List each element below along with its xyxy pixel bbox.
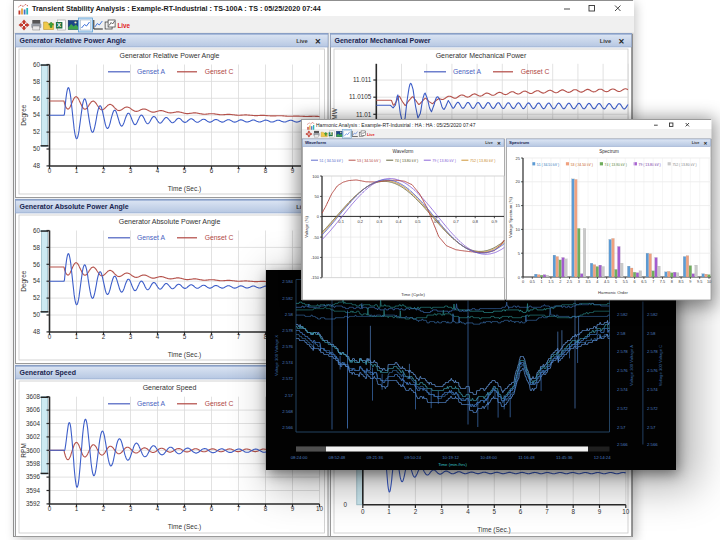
- svg-text:2.58: 2.58: [647, 330, 656, 335]
- svg-text:10:19:12: 10:19:12: [442, 455, 459, 460]
- svg-text:6: 6: [634, 280, 636, 284]
- svg-text:9.5: 9.5: [697, 280, 702, 284]
- svg-text:Generator Mechanical Power: Generator Mechanical Power: [335, 37, 431, 44]
- svg-text:Live: Live: [692, 141, 700, 145]
- svg-text:Live: Live: [367, 132, 376, 137]
- svg-text:48: 48: [33, 328, 41, 335]
- svg-text:2: 2: [102, 167, 106, 174]
- svg-text:2.572: 2.572: [617, 406, 628, 411]
- svg-text:3596: 3596: [26, 473, 41, 480]
- svg-text:7: 7: [237, 333, 241, 340]
- svg-text:Time (Sec.): Time (Sec.): [168, 351, 201, 359]
- svg-text:0: 0: [343, 501, 347, 508]
- svg-text:5: 5: [493, 508, 497, 515]
- svg-text:Time (Sec.): Time (Sec.): [477, 526, 510, 534]
- svg-text:11:16:48: 11:16:48: [518, 455, 535, 460]
- svg-text:2.572: 2.572: [282, 376, 293, 381]
- svg-text:50: 50: [33, 311, 41, 318]
- svg-text:60: 60: [33, 61, 41, 68]
- svg-text:3592: 3592: [26, 500, 41, 507]
- svg-text:3598: 3598: [26, 460, 41, 467]
- svg-text:11.0105: 11.0105: [349, 93, 372, 100]
- svg-text:Spectrum: Spectrum: [599, 149, 619, 154]
- svg-text:3: 3: [440, 508, 444, 515]
- svg-text:58: 58: [33, 78, 41, 85]
- svg-text:RPM: RPM: [21, 443, 28, 457]
- svg-text:50: 50: [315, 194, 320, 199]
- svg-text:0.5: 0.5: [415, 219, 421, 224]
- svg-text:5: 5: [183, 333, 187, 340]
- svg-text:53 ( 34.50 kV ): 53 ( 34.50 kV ): [357, 159, 381, 163]
- svg-text:2.572: 2.572: [647, 406, 658, 411]
- svg-text:9: 9: [291, 505, 295, 512]
- svg-text:Live: Live: [118, 22, 131, 29]
- svg-text:8: 8: [671, 280, 673, 284]
- svg-text:6: 6: [519, 508, 523, 515]
- svg-text:2.576: 2.576: [617, 368, 628, 373]
- svg-text:1: 1: [75, 505, 79, 512]
- svg-text:Live: Live: [296, 38, 308, 44]
- svg-text:3606: 3606: [26, 406, 41, 413]
- svg-text:Generator Mechanical Power: Generator Mechanical Power: [436, 52, 527, 59]
- svg-text:100: 100: [312, 174, 319, 179]
- svg-text:20: 20: [516, 179, 521, 184]
- svg-text:74 ( 13.80 kV ): 74 ( 13.80 kV ): [605, 163, 627, 167]
- svg-text:79 ( 13.80 kV ): 79 ( 13.80 kV ): [639, 163, 661, 167]
- svg-text:8.5: 8.5: [678, 280, 683, 284]
- svg-text:25: 25: [516, 156, 521, 161]
- svg-text:-50: -50: [313, 235, 320, 240]
- svg-text:✕: ✕: [704, 141, 708, 146]
- svg-text:5: 5: [183, 167, 187, 174]
- svg-text:50: 50: [33, 145, 41, 152]
- svg-text:Generator Absolute Power Angle: Generator Absolute Power Angle: [20, 203, 129, 211]
- svg-text:15: 15: [516, 203, 521, 208]
- svg-text:7: 7: [545, 508, 549, 515]
- svg-text:2.574: 2.574: [647, 387, 658, 392]
- svg-text:Generator Speed: Generator Speed: [143, 384, 197, 392]
- svg-text:Harmonic Analysis : Example-RT: Harmonic Analysis : Example-RT-Industria…: [316, 122, 476, 128]
- svg-text:0: 0: [361, 508, 365, 515]
- svg-text:2.582: 2.582: [282, 295, 293, 300]
- svg-text:58: 58: [33, 244, 41, 251]
- svg-text:0: 0: [48, 333, 52, 340]
- svg-text:52: 52: [33, 294, 41, 301]
- svg-text:1: 1: [541, 280, 543, 284]
- svg-text:1: 1: [387, 508, 391, 515]
- svg-text:2.58: 2.58: [617, 330, 626, 335]
- svg-text:Voltage 300 Voltage A: Voltage 300 Voltage A: [629, 344, 634, 385]
- svg-text:0: 0: [522, 280, 524, 284]
- svg-text:48: 48: [33, 162, 41, 169]
- svg-text:7: 7: [237, 167, 241, 174]
- svg-text:Genset C: Genset C: [521, 68, 550, 75]
- svg-text:1.5: 1.5: [548, 280, 553, 284]
- svg-text:2.578: 2.578: [617, 349, 628, 354]
- svg-text:3608: 3608: [26, 393, 41, 400]
- svg-text:Generator Relative Power Angle: Generator Relative Power Angle: [20, 37, 126, 45]
- svg-text:6: 6: [210, 333, 214, 340]
- svg-text:2.57: 2.57: [647, 425, 656, 430]
- svg-text:2.578: 2.578: [282, 327, 293, 332]
- svg-text:2.584: 2.584: [282, 279, 293, 284]
- svg-text:8: 8: [571, 508, 575, 515]
- svg-text:52: 52: [33, 128, 41, 135]
- svg-text:8: 8: [264, 505, 268, 512]
- svg-text:60: 60: [33, 227, 41, 234]
- svg-text:56: 56: [33, 95, 41, 102]
- svg-text:2.566: 2.566: [647, 442, 658, 447]
- svg-text:4: 4: [156, 505, 160, 512]
- svg-text:5: 5: [615, 280, 617, 284]
- svg-text:0.3: 0.3: [377, 219, 383, 224]
- svg-text:Live: Live: [600, 38, 612, 44]
- svg-text:51 ( 34.50 kV ): 51 ( 34.50 kV ): [320, 159, 344, 163]
- svg-text:11.01: 11.01: [356, 111, 372, 118]
- svg-text:3: 3: [129, 333, 133, 340]
- svg-text:9: 9: [598, 508, 602, 515]
- svg-text:11:45:36: 11:45:36: [556, 455, 573, 460]
- svg-text:6: 6: [210, 505, 214, 512]
- svg-text:08:24:00: 08:24:00: [291, 455, 308, 460]
- svg-text:Genset A: Genset A: [137, 234, 165, 241]
- svg-text:9: 9: [291, 167, 295, 174]
- svg-text:4: 4: [596, 280, 598, 284]
- svg-text:54: 54: [33, 111, 41, 118]
- svg-text:2: 2: [102, 505, 106, 512]
